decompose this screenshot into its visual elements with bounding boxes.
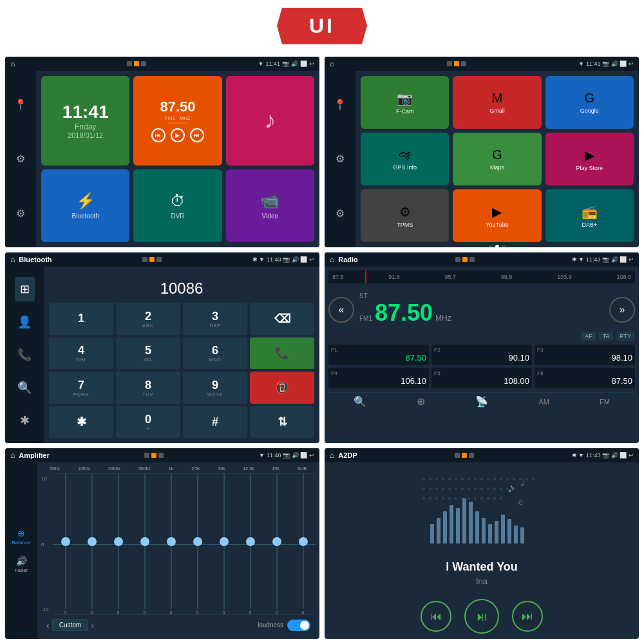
svg-point-36 [442, 488, 444, 490]
key-hash[interactable]: # [183, 406, 247, 439]
radio-play-btn[interactable]: ▶ [171, 128, 185, 142]
af-btn[interactable]: AF [581, 332, 596, 341]
eq-band-500hz[interactable]: 0 [132, 473, 157, 615]
svg-point-39 [461, 488, 464, 490]
sliders-icon-2[interactable]: ⚙ [336, 153, 345, 165]
bt-settings-icon[interactable]: ✱ [15, 408, 35, 433]
gear-icon-2[interactable]: ⚙ [336, 207, 345, 220]
radio-next-btn[interactable]: ⏭ [190, 128, 204, 142]
recents-icon[interactable]: 📞 [12, 343, 37, 367]
eq-sliders-area: 10 0 -10 [41, 473, 316, 615]
search-radio-icon[interactable]: 🔍 [354, 395, 366, 408]
info-icon[interactable]: ⊕ [417, 395, 425, 408]
key-call[interactable]: 📞 [250, 337, 314, 370]
antenna-icon[interactable]: 📡 [475, 395, 488, 408]
svg-rect-14 [520, 527, 524, 544]
home-icon-4[interactable]: ⌂ [330, 255, 334, 264]
preset-p5[interactable]: P5 108.00 [431, 368, 532, 388]
key-endcall[interactable]: 📵 [250, 372, 314, 404]
dvr-label: DVR [171, 213, 184, 220]
eq-band-15k[interactable]: 0 [264, 473, 289, 615]
bluetooth-tile[interactable]: ⚡ Bluetooth [41, 169, 129, 243]
prev-preset-btn[interactable]: ‹ [46, 620, 50, 630]
key-6[interactable]: 6MNO [183, 337, 247, 370]
next-preset-btn[interactable]: › [91, 620, 94, 630]
location-icon[interactable]: 📍 [14, 99, 27, 111]
eq-band-60hz[interactable]: 0 [53, 473, 78, 615]
am-btn[interactable]: AM [538, 398, 549, 406]
app-playstore[interactable]: ▶ Play Store [545, 133, 634, 185]
prev-track-btn[interactable]: ⏮ [421, 601, 451, 632]
key-backspace[interactable]: ⌫ [250, 303, 314, 335]
eq-band-100hz[interactable]: 0 [79, 473, 104, 615]
eq-band-sub[interactable]: 0 [290, 473, 316, 615]
toggle-thumb [300, 621, 309, 630]
next-station-btn[interactable]: » [609, 297, 635, 323]
app-gmail[interactable]: M Gmail [453, 76, 541, 129]
app-gpsinfo[interactable]: 🛩 GPS Info [361, 133, 449, 185]
google-icon: G [585, 91, 595, 106]
key-5[interactable]: 5JKL [116, 337, 180, 370]
preset-p3[interactable]: P3 98.10 [535, 345, 635, 365]
home-icon-6[interactable]: ⌂ [330, 451, 334, 460]
loudness-toggle[interactable] [287, 620, 310, 631]
svg-point-17 [435, 478, 438, 480]
gear-icon[interactable]: ⚙ [16, 207, 25, 220]
eq-band-1k[interactable]: 0 [158, 473, 184, 615]
fader-control[interactable]: 🔊 Fader [15, 556, 28, 573]
svg-point-31 [526, 478, 528, 480]
app-google[interactable]: G Google [545, 76, 634, 129]
preset-p6[interactable]: P6 87.50 [535, 368, 635, 388]
preset-p4[interactable]: P4 106.10 [328, 368, 429, 388]
key-2[interactable]: 2ABC [116, 303, 180, 335]
key-7[interactable]: 7PQRS [49, 372, 113, 404]
play-pause-btn[interactable]: ⏯ [464, 599, 499, 634]
key-4[interactable]: 4GHI [49, 337, 113, 370]
prev-station-btn[interactable]: « [328, 297, 354, 323]
eq-band-12-5k[interactable]: 0 [238, 473, 263, 615]
svg-point-50 [435, 497, 438, 500]
app-maps[interactable]: G Maps [453, 133, 541, 185]
key-swap[interactable]: ⇅ [250, 406, 314, 439]
app-dab[interactable]: 📻 DAB+ [545, 189, 634, 242]
eq-preset-name[interactable]: Custom [52, 619, 88, 631]
music-tile[interactable]: ♪ [226, 76, 314, 166]
eq-band-200hz[interactable]: 0 [106, 473, 131, 615]
preset-p2[interactable]: P2 90.10 [431, 345, 532, 365]
eq-band-2-5k[interactable]: 0 [185, 473, 210, 615]
pty-btn[interactable]: PTY [616, 332, 635, 341]
dvr-tile[interactable]: ⏱ DVR [133, 169, 222, 243]
location-icon-2[interactable]: 📍 [334, 99, 346, 111]
preset-p1[interactable]: P1 87.50 [328, 345, 429, 365]
dialpad-icon[interactable]: ⊞ [15, 277, 35, 301]
key-0[interactable]: 0+ [116, 406, 180, 439]
ta-btn[interactable]: TA [599, 332, 614, 341]
app-youtube[interactable]: ▶ YouTube [453, 189, 541, 242]
search-phone-icon[interactable]: 🔍 [12, 375, 37, 400]
key-9[interactable]: 9WXYZ [183, 372, 247, 404]
next-track-btn[interactable]: ⏭ [512, 601, 543, 632]
clock-tile[interactable]: 11:41 Friday 2018/01/12 [41, 76, 129, 166]
home-icon-3[interactable]: ⌂ [10, 255, 15, 264]
home-icon-2[interactable]: ⌂ [330, 59, 334, 68]
fm-btn[interactable]: FM [600, 398, 610, 406]
home-icon-1[interactable]: ⌂ [10, 59, 15, 68]
video-tile[interactable]: 📹 Video [226, 169, 314, 243]
maps-label: Maps [490, 164, 504, 171]
key-star[interactable]: ✱ [49, 406, 113, 439]
settings-sliders-icon[interactable]: ⚙ [16, 153, 25, 165]
radio-tile[interactable]: 87.50 FM1 MHZ ≈≈≈≈≈≈≈≈ ⏮ ▶ ⏭ [133, 76, 222, 166]
svg-rect-11 [501, 515, 505, 544]
app-fcam[interactable]: 📷 F-Cam [361, 76, 449, 129]
contacts-icon[interactable]: 👤 [12, 310, 37, 334]
svg-point-34 [429, 488, 431, 490]
radio-prev-btn[interactable]: ⏮ [151, 128, 166, 142]
key-3[interactable]: 3DEF [183, 303, 247, 335]
balance-control[interactable]: ⊕ Balance [12, 528, 31, 545]
home-icon-5[interactable]: ⌂ [10, 451, 15, 460]
radio-freq-display: 87.50 [160, 99, 195, 115]
eq-band-10k[interactable]: 0 [211, 473, 236, 615]
key-8[interactable]: 8TUV [116, 372, 180, 404]
app-tpms[interactable]: ⚙ TPMS [361, 189, 449, 242]
key-1[interactable]: 1 [49, 303, 113, 335]
